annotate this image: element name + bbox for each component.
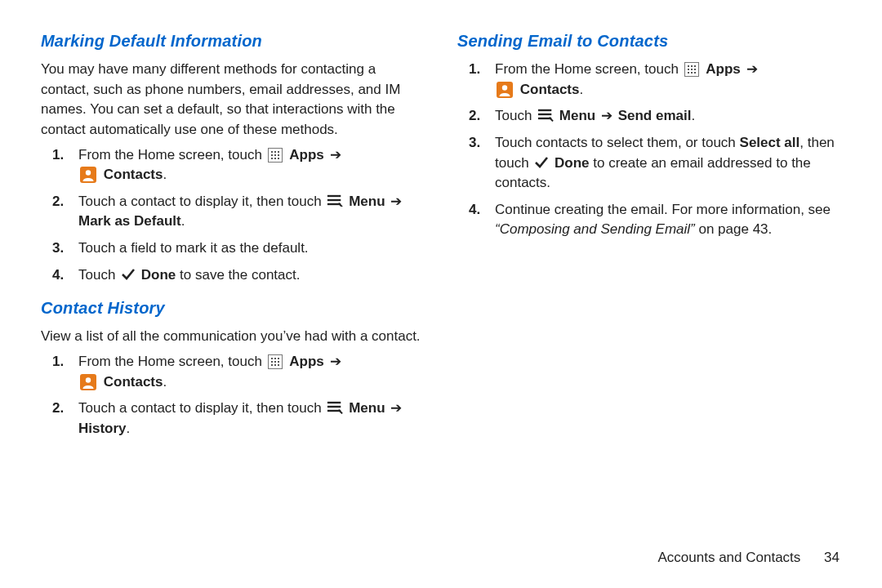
svg-rect-8 <box>327 406 341 408</box>
apps-grid-icon <box>684 62 699 77</box>
step-text: Touch contacts to select them, or touch <box>495 135 740 150</box>
step-text: Touch a field to mark it as the default. <box>78 240 309 256</box>
step-text: From the Home screen, touch <box>78 147 266 163</box>
menu-label: Menu <box>349 400 385 416</box>
done-label: Done <box>141 267 176 283</box>
step-item: 3. Touch contacts to select them, or tou… <box>457 133 843 194</box>
svg-rect-13 <box>538 114 551 115</box>
svg-point-1 <box>86 171 91 176</box>
footer-section-name: Accounts and Contacts <box>658 550 801 565</box>
step-item: 4. Touch Done to save the contact. <box>41 265 426 286</box>
svg-point-11 <box>502 85 507 90</box>
check-icon <box>534 155 549 170</box>
step-number: 3. <box>469 133 480 154</box>
contacts-label: Contacts <box>104 167 163 182</box>
step-number: 2. <box>52 399 64 419</box>
step-text: From the Home screen, touch <box>78 354 266 369</box>
step-text: Touch <box>78 267 119 283</box>
arrow-icon: ➔ <box>328 354 343 369</box>
step-item: 2. Touch a contact to display it, then t… <box>41 192 426 232</box>
menu-icon <box>327 194 343 208</box>
step-number: 1. <box>52 352 64 372</box>
step-item: 2. Touch a contact to display it, then t… <box>41 399 426 439</box>
step-item: 1. From the Home screen, touch Apps ➔ Co… <box>41 352 426 392</box>
step-item: 3. Touch a field to mark it as the defau… <box>41 238 426 259</box>
check-icon <box>121 267 136 282</box>
cross-reference: “Composing and Sending Email” <box>495 221 695 237</box>
contacts-label: Contacts <box>104 374 163 390</box>
menu-icon <box>327 400 343 415</box>
menu-label: Menu <box>349 194 385 209</box>
page-body: Marking Default Information You may have… <box>0 0 882 539</box>
sending-email-steps: 1. From the Home screen, touch Apps ➔ Co… <box>457 60 843 240</box>
marking-default-intro: You may have many different methods for … <box>41 60 426 140</box>
contacts-icon <box>80 374 96 390</box>
step-number: 1. <box>469 60 480 80</box>
right-column: Sending Email to Contacts 1. From the Ho… <box>457 29 843 529</box>
svg-rect-7 <box>327 402 341 403</box>
step-number: 4. <box>52 265 64 286</box>
contacts-icon <box>80 167 96 183</box>
step-item: 1. From the Home screen, touch Apps ➔ Co… <box>457 60 843 100</box>
step-text-post: to save the contact. <box>180 267 300 283</box>
step-text: Touch <box>495 108 536 123</box>
step-suffix: . <box>127 421 131 436</box>
apps-grid-icon <box>268 354 283 369</box>
step-text: Touch a contact to display it, then touc… <box>78 194 325 209</box>
step-number: 4. <box>469 200 480 220</box>
section-title-sending-email: Sending Email to Contacts <box>457 29 843 53</box>
history-label: History <box>78 421 127 436</box>
contacts-icon <box>497 82 513 98</box>
step-suffix: . <box>579 82 583 97</box>
left-column: Marking Default Information You may have… <box>41 29 426 529</box>
send-email-label: Send email <box>618 108 692 123</box>
step-suffix: . <box>163 167 167 182</box>
step-text: Continue creating the email. For more in… <box>495 202 831 217</box>
step-item: 1. From the Home screen, touch Apps ➔ Co… <box>41 145 426 185</box>
step-number: 1. <box>52 145 64 166</box>
apps-label: Apps <box>706 61 741 77</box>
step-item: 4. Continue creating the email. For more… <box>457 200 843 240</box>
select-all-label: Select all <box>740 135 800 150</box>
arrow-icon: ➔ <box>389 194 403 209</box>
step-number: 2. <box>469 106 480 127</box>
step-text-post: on page 43. <box>695 221 773 237</box>
marking-default-steps: 1. From the Home screen, touch Apps ➔ Co… <box>41 145 426 286</box>
arrow-icon: ➔ <box>328 147 343 163</box>
contacts-label: Contacts <box>520 82 580 97</box>
svg-rect-2 <box>327 195 341 197</box>
svg-rect-3 <box>327 199 341 201</box>
arrow-icon: ➔ <box>745 61 760 77</box>
svg-point-6 <box>86 377 91 382</box>
svg-rect-12 <box>538 109 551 111</box>
arrow-icon: ➔ <box>389 400 403 416</box>
page-footer: Accounts and Contacts 34 <box>658 548 840 568</box>
menu-label: Menu <box>559 108 595 123</box>
apps-grid-icon <box>268 148 283 163</box>
menu-icon <box>537 108 554 122</box>
step-number: 3. <box>52 238 64 259</box>
apps-label: Apps <box>289 354 324 369</box>
contact-history-steps: 1. From the Home screen, touch Apps ➔ Co… <box>41 352 426 439</box>
step-text: From the Home screen, touch <box>495 61 683 77</box>
step-suffix: . <box>691 108 695 123</box>
step-number: 2. <box>52 192 64 212</box>
step-item: 2. Touch Menu ➔ Send email. <box>457 106 843 127</box>
contact-history-intro: View a list of all the communication you… <box>41 327 426 347</box>
apps-label: Apps <box>289 147 324 163</box>
step-text: Touch a contact to display it, then touc… <box>78 400 325 416</box>
done-label: Done <box>555 155 590 171</box>
footer-page-number: 34 <box>824 550 840 565</box>
section-title-contact-history: Contact History <box>41 296 426 320</box>
mark-as-default-label: Mark as Default <box>78 213 181 229</box>
step-suffix: . <box>163 374 167 390</box>
step-suffix: . <box>181 213 185 229</box>
section-title-marking-default: Marking Default Information <box>41 29 426 53</box>
arrow-icon: ➔ <box>599 108 614 123</box>
